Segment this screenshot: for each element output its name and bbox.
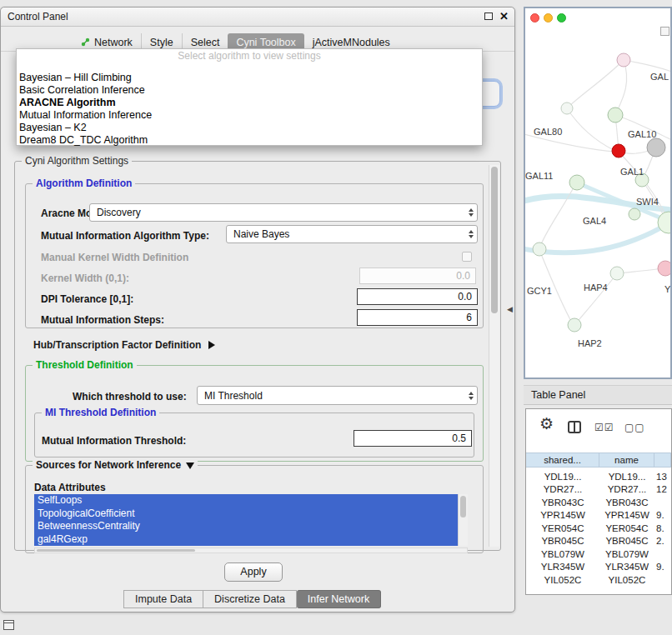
dropdown-item[interactable]: Bayesian – Hill Climbing xyxy=(17,72,482,84)
float-window-icon[interactable] xyxy=(484,12,493,20)
mi-steps-label: Mutual Information Steps: xyxy=(41,314,164,326)
node-label: Y xyxy=(664,284,670,294)
gear-icon[interactable]: ⚙ xyxy=(539,414,554,433)
minimize-traffic-light-icon[interactable] xyxy=(544,13,553,22)
cell: 12 xyxy=(654,484,671,494)
close-icon[interactable]: ✕ xyxy=(499,10,509,22)
algorithm-definition-group: Algorithm Definition Aracne Mode: Discov… xyxy=(25,183,484,328)
list-item[interactable]: gal4RGexp xyxy=(34,533,458,547)
mi-type-select[interactable]: Naive Bayes xyxy=(226,225,478,243)
cell: YBL079W xyxy=(526,549,599,559)
cell: YER054C xyxy=(526,523,599,533)
window-title: Control Panel xyxy=(8,11,68,22)
node-label: HAP2 xyxy=(578,338,602,348)
list-horizontal-scrollbar[interactable] xyxy=(34,548,468,553)
selected-value: MI Threshold xyxy=(204,390,263,402)
close-traffic-light-icon[interactable] xyxy=(530,13,539,22)
graph-node[interactable] xyxy=(608,108,623,122)
group-title: Cyni Algorithm Settings xyxy=(22,155,132,167)
dropdown-item-selected[interactable]: ARACNE Algorithm xyxy=(17,97,482,109)
graph-node[interactable] xyxy=(647,138,665,157)
table-row[interactable]: YBR043CYBR043C xyxy=(526,496,671,509)
cell: YDL19... xyxy=(526,472,599,482)
mi-steps-field[interactable]: 6 xyxy=(357,309,478,326)
table-panel-window: ⚙ ☑☑ ▢▢ shared... name YDL19...YDL19...1… xyxy=(525,408,672,595)
bottom-tabbar: Impute Data Discretize Data Infer Networ… xyxy=(123,590,381,608)
window-toolbar-button[interactable] xyxy=(660,27,669,36)
selected-value: Discovery xyxy=(97,207,141,218)
graph-node[interactable] xyxy=(629,208,640,220)
tab-label: Network xyxy=(94,37,133,48)
list-item[interactable]: BetweennessCentrality xyxy=(34,520,458,533)
manual-kernel-checkbox[interactable] xyxy=(462,252,472,262)
sources-expander[interactable]: Sources for Network Inference xyxy=(33,459,198,471)
threshold-select[interactable]: MI Threshold xyxy=(197,386,478,405)
columns-icon[interactable] xyxy=(568,421,581,433)
apply-button[interactable]: Apply xyxy=(224,562,283,582)
settings-vertical-scrollbar[interactable] xyxy=(489,165,499,547)
dropdown-item[interactable]: Mutual Information Inference xyxy=(17,109,482,122)
network-view-window: GAL GAL80 GAL10 GAL11 GAL1 SWI4 GAL4 GCY… xyxy=(524,7,672,379)
tab-discretize-data[interactable]: Discretize Data xyxy=(203,590,297,608)
cell: YBL079W xyxy=(599,549,654,559)
sources-group: Sources for Network Inference Data Attri… xyxy=(25,465,484,553)
cell: YIL052C xyxy=(599,575,654,585)
network-icon xyxy=(81,38,90,47)
graph-node[interactable] xyxy=(658,261,670,276)
table-row[interactable]: YLR345WYLR345W9. xyxy=(526,561,671,574)
table-row[interactable]: YDL19...YDL19...13 xyxy=(526,470,671,483)
cell: YLR345W xyxy=(526,562,599,572)
graph-node[interactable] xyxy=(610,267,624,280)
expand-right-icon xyxy=(208,341,215,349)
aracne-mode-select[interactable]: Discovery xyxy=(89,203,478,222)
table-row[interactable]: YBL079WYBL079W xyxy=(526,548,671,561)
tab-impute-data[interactable]: Impute Data xyxy=(123,590,203,608)
cell: 9. xyxy=(654,510,671,520)
kernel-width-field[interactable]: 0.0 xyxy=(359,268,476,284)
deselect-all-checkboxes-icon[interactable]: ▢▢ xyxy=(624,422,645,433)
cell: YPR145W xyxy=(599,510,654,520)
column-header[interactable]: name xyxy=(599,453,654,467)
tab-infer-network[interactable]: Infer Network xyxy=(297,590,381,608)
cell: 9. xyxy=(654,562,671,572)
graph-node[interactable] xyxy=(617,53,630,67)
cyni-algorithm-settings-group: Cyni Algorithm Settings Algorithm Defini… xyxy=(14,161,501,551)
table-row[interactable]: YBR045CYBR045C2. xyxy=(526,535,671,548)
list-item[interactable]: TopologicalCoefficient xyxy=(34,508,458,521)
restore-panel-icon[interactable] xyxy=(3,620,14,630)
panel-collapse-handle[interactable]: ◀ xyxy=(507,305,513,313)
graph-node[interactable] xyxy=(569,175,584,190)
hub-definition-label: Hub/Transcription Factor Definition xyxy=(33,339,201,351)
hub-definition-expander[interactable]: Hub/Transcription Factor Definition xyxy=(33,339,215,351)
cell: 2. xyxy=(654,536,671,546)
list-item[interactable]: SelfLoops xyxy=(34,494,458,508)
list-vertical-scrollbar[interactable] xyxy=(458,494,468,546)
dpi-tolerance-label: DPI Tolerance [0,1]: xyxy=(41,293,133,305)
control-panel-window: Control Panel ✕ Network Style Select Cyn… xyxy=(0,7,515,612)
table-row[interactable]: YDR27...YDR27...12 xyxy=(526,483,671,497)
dropdown-placeholder: Select algorithm to view settings xyxy=(17,49,482,63)
graph-node[interactable] xyxy=(568,318,581,332)
cell: YER054C xyxy=(599,523,654,533)
dropdown-item[interactable]: Dream8 DC_TDC Algorithm xyxy=(17,134,482,147)
dpi-tolerance-field[interactable]: 0.0 xyxy=(357,288,478,305)
network-graph[interactable]: GAL GAL80 GAL10 GAL11 GAL1 SWI4 GAL4 GCY… xyxy=(525,8,670,378)
graph-node[interactable] xyxy=(561,102,573,114)
zoom-traffic-light-icon[interactable] xyxy=(557,13,566,22)
cell: YIL052C xyxy=(526,575,599,585)
table-row[interactable]: YPR145WYPR145W9. xyxy=(526,509,671,522)
stepper-icon xyxy=(469,392,474,400)
mi-threshold-field[interactable]: 0.5 xyxy=(354,430,472,447)
table-row[interactable]: YER054CYER054C8. xyxy=(526,522,671,535)
cell: 13 xyxy=(654,472,671,482)
graph-node[interactable] xyxy=(533,242,546,256)
column-header[interactable]: shared... xyxy=(526,453,599,467)
table-row[interactable]: YIL052CYIL052C xyxy=(526,573,671,587)
graph-node-highlighted[interactable] xyxy=(612,144,625,158)
column-header[interactable] xyxy=(654,453,671,467)
sources-title: Sources for Network Inference xyxy=(36,459,181,471)
dropdown-item[interactable]: Bayesian – K2 xyxy=(17,122,482,134)
dropdown-item[interactable]: Basic Correlation Inference xyxy=(17,84,482,97)
threshold-definition-group: Threshold Definition Which threshold to … xyxy=(25,365,484,462)
select-all-checkboxes-icon[interactable]: ☑☑ xyxy=(594,422,614,433)
